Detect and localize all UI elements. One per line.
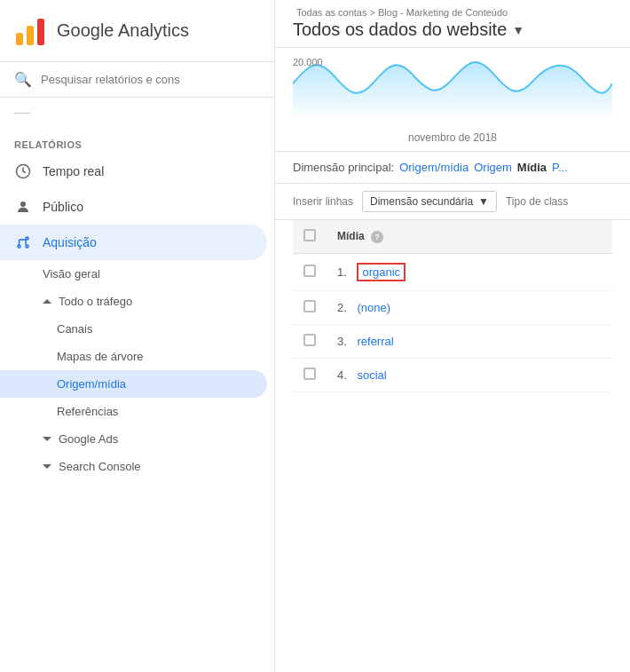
expand-down-icon <box>43 437 51 441</box>
svg-rect-2 <box>37 19 44 45</box>
sidebar-item-aquisicao-label: Aquisição <box>43 235 97 249</box>
sidebar-divider: — <box>0 98 274 127</box>
sidebar-subitem-search-console[interactable]: Search Console <box>0 453 274 480</box>
chart-y-label: 20.000 <box>293 57 323 67</box>
table-header-midia: Mídia ? <box>327 220 612 254</box>
sidebar-subitem-visao-geral[interactable]: Visão geral <box>0 260 267 288</box>
sidebar-subitem-referencias[interactable]: Referências <box>0 398 267 425</box>
chart-container: 20.000 <box>293 48 612 128</box>
svg-rect-0 <box>16 33 23 45</box>
help-icon[interactable]: ? <box>371 231 383 243</box>
row-1-cell: 1. organic <box>327 254 612 291</box>
row-2-link[interactable]: (none) <box>357 301 390 314</box>
dimension-link-origem-midia[interactable]: Origem/mídia <box>399 161 469 174</box>
search-icon: 🔍 <box>14 71 32 88</box>
sidebar-subitem-google-ads[interactable]: Google Ads <box>0 425 274 453</box>
select-dropdown-arrow: ▼ <box>478 195 489 208</box>
row-4-cell: 4. social <box>327 359 612 392</box>
row-2-number: 2. <box>337 301 347 314</box>
dimension-link-outro[interactable]: P... <box>552 161 568 174</box>
row-4-number: 4. <box>337 368 347 382</box>
expand-up-icon <box>43 299 51 304</box>
sidebar-subitem-origem-midia[interactable]: Origem/mídia <box>0 370 267 398</box>
clock-icon <box>14 162 32 180</box>
row-1-number: 1. <box>337 265 347 279</box>
sidebar-item-tempo-real-label: Tempo real <box>43 164 104 178</box>
row-checkbox-cell <box>293 325 327 359</box>
person-icon <box>14 198 32 216</box>
sidebar-item-publico-label: Público <box>43 200 83 214</box>
sidebar-header: Google Analytics <box>0 0 274 62</box>
row-4-checkbox[interactable] <box>303 368 316 380</box>
insert-lines-label: Inserir linhas <box>293 195 353 208</box>
row-checkbox-cell <box>293 254 327 291</box>
app-title: Google Analytics <box>57 20 189 41</box>
row-checkbox-cell <box>293 291 327 325</box>
sidebar-subitem-mapas-arvore[interactable]: Mapas de árvore <box>0 343 267 370</box>
chart-x-label: novembro de 2018 <box>293 128 612 151</box>
search-input[interactable] <box>41 73 260 86</box>
row-4-link[interactable]: social <box>357 368 386 382</box>
google-analytics-logo <box>14 15 46 47</box>
row-checkbox-cell <box>293 359 327 392</box>
top-bar: Todas as contas > Blog - Marketing de Co… <box>275 0 630 48</box>
dimension-link-midia: Mídia <box>517 161 547 174</box>
sidebar: Google Analytics 🔍 — RELATÓRIOS Tempo re… <box>0 0 275 672</box>
property-selector[interactable]: Todos os dados do website ▼ <box>293 20 612 40</box>
table-area: Mídia ? 1. organic <box>275 220 630 672</box>
table-row: 2. (none) <box>293 291 612 325</box>
svg-point-6 <box>26 237 28 240</box>
row-1-highlight: organic <box>357 263 406 281</box>
data-table: Mídia ? 1. organic <box>293 220 612 392</box>
table-row: 3. referral <box>293 325 612 359</box>
main-content: Todas as contas > Blog - Marketing de Co… <box>275 0 630 672</box>
sidebar-item-publico[interactable]: Público <box>0 189 267 225</box>
sidebar-item-aquisicao[interactable]: Aquisição <box>0 225 267 260</box>
svg-point-4 <box>20 202 26 207</box>
line-chart <box>293 48 612 119</box>
row-2-cell: 2. (none) <box>327 291 612 325</box>
sidebar-item-tempo-real[interactable]: Tempo real <box>0 154 267 189</box>
row-1-link[interactable]: organic <box>362 265 400 279</box>
row-2-checkbox[interactable] <box>303 300 316 312</box>
svg-point-5 <box>18 245 20 248</box>
row-1-checkbox[interactable] <box>303 265 316 277</box>
sidebar-subitem-todo-trafego[interactable]: Todo o tráfego <box>0 288 274 315</box>
secondary-bar: Inserir linhas Dimensão secundária ▼ Tip… <box>275 184 630 220</box>
breadcrumb: Todas as contas > Blog - Marketing de Co… <box>293 7 612 18</box>
chart-area: 20.000 novembro de 2018 <box>275 48 630 152</box>
row-3-cell: 3. referral <box>327 325 612 359</box>
branch-icon <box>14 233 32 251</box>
property-dropdown-arrow: ▼ <box>512 23 524 37</box>
row-3-number: 3. <box>337 335 347 348</box>
tipo-label: Tipo de class <box>506 195 568 208</box>
row-3-link[interactable]: referral <box>357 335 393 348</box>
search-box: 🔍 <box>0 62 274 98</box>
sidebar-subitem-canais[interactable]: Canais <box>0 315 267 343</box>
svg-rect-1 <box>27 26 34 45</box>
dimension-principal-label: Dimensão principal: <box>293 161 394 174</box>
table-row: 4. social <box>293 359 612 392</box>
dimension-link-origem[interactable]: Origem <box>474 161 512 174</box>
secondary-dimension-select[interactable]: Dimensão secundária ▼ <box>362 191 497 212</box>
sidebar-section-label: RELATÓRIOS <box>0 127 274 154</box>
svg-point-7 <box>26 245 28 248</box>
row-3-checkbox[interactable] <box>303 334 316 346</box>
header-checkbox[interactable] <box>303 229 316 241</box>
table-header-checkbox <box>293 220 327 254</box>
expand-down-icon-2 <box>43 464 51 469</box>
dimension-bar: Dimensão principal: Origem/mídia Origem … <box>275 152 630 184</box>
table-row: 1. organic <box>293 254 612 291</box>
